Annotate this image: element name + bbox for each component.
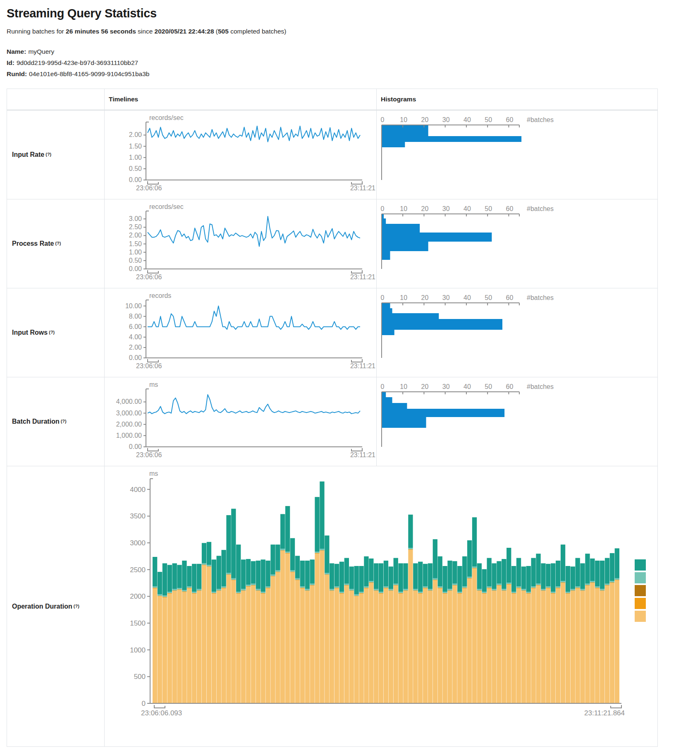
stacked-bar-segment bbox=[571, 591, 575, 704]
stacked-bar-segment bbox=[369, 583, 373, 583]
stacked-bar-segment bbox=[389, 566, 393, 589]
stacked-bar-segment bbox=[374, 589, 378, 590]
axis-label: 4000 bbox=[130, 486, 146, 494]
input-rate-timeline-chart: records/sec2.001.501.000.500.0023:06:062… bbox=[105, 110, 376, 199]
input-rate-histogram-svg: 0102030405060#batches bbox=[377, 110, 658, 199]
stacked-bar-segment bbox=[457, 566, 462, 592]
stacked-bar-segment bbox=[487, 588, 492, 588]
stacked-bar-segment bbox=[344, 584, 349, 585]
process-rate-histogram-cell: 0102030405060#batches bbox=[377, 199, 658, 288]
process-rate-help-icon[interactable]: (?) bbox=[55, 241, 61, 246]
stacked-bar-segment bbox=[502, 589, 506, 590]
stacked-bar-segment bbox=[394, 558, 398, 584]
stacked-bar-segment bbox=[251, 585, 256, 586]
stacked-bar-segment bbox=[502, 590, 506, 591]
operation-duration-cell: ms4000350030002500200015001000500023:06:… bbox=[105, 466, 658, 747]
stacked-bar-segment bbox=[280, 551, 285, 704]
input-rows-timeline-cell: records10.008.006.004.002.000.0023:06:06… bbox=[105, 288, 377, 377]
stacked-bar-segment bbox=[256, 590, 260, 591]
axis-label: #batches bbox=[527, 205, 554, 212]
stacked-bar-segment bbox=[334, 564, 339, 586]
stacked-bar-segment bbox=[187, 566, 191, 586]
operation-duration-help-icon[interactable]: (?) bbox=[74, 604, 79, 609]
axis-label: 23:11:21.864 bbox=[584, 709, 625, 717]
stacked-bar-segment bbox=[551, 593, 555, 593]
stacked-bar-segment bbox=[300, 561, 305, 586]
stacked-bar-segment bbox=[207, 565, 211, 566]
stacked-bar-segment bbox=[162, 595, 167, 597]
stacked-bar-segment bbox=[477, 564, 482, 589]
stacked-bar-segment bbox=[590, 559, 595, 581]
stacked-bar-segment bbox=[482, 593, 487, 593]
stacked-bar-segment bbox=[270, 576, 275, 576]
stacked-bar-segment bbox=[526, 593, 531, 594]
stacked-bar-segment bbox=[394, 586, 398, 704]
histogram-bar bbox=[382, 224, 420, 233]
stacked-bar-segment bbox=[418, 593, 423, 593]
axis-label: 1500 bbox=[130, 619, 146, 627]
stacked-bar-segment bbox=[418, 562, 423, 592]
batch-duration-histogram-svg: 0102030405060#batches bbox=[377, 377, 658, 466]
axis-label: 8.00 bbox=[129, 313, 142, 320]
stacked-bar-segment bbox=[325, 575, 329, 575]
stacked-bar-segment bbox=[521, 566, 526, 589]
histogram-bar bbox=[382, 330, 394, 335]
stacked-bar-segment bbox=[320, 551, 324, 704]
stacked-bar-segment bbox=[384, 588, 388, 588]
stacked-bar-segment bbox=[413, 591, 418, 704]
timeline-line bbox=[148, 126, 360, 142]
stacked-bar-segment bbox=[506, 584, 511, 584]
stacked-bar-segment bbox=[600, 561, 604, 589]
axis-label: 500 bbox=[134, 673, 146, 681]
stacked-bar-segment bbox=[497, 585, 501, 586]
stacked-bar-segment bbox=[256, 591, 260, 704]
stacked-bar-segment bbox=[359, 566, 363, 592]
stacked-bar-segment bbox=[497, 561, 501, 583]
axis-label: 23:06:06 bbox=[136, 185, 162, 192]
stacked-bar-segment bbox=[551, 564, 555, 592]
stacked-bar-segment bbox=[531, 588, 536, 703]
input-rows-help-icon[interactable]: (?) bbox=[49, 330, 55, 335]
operation-duration-label: Operation Duration bbox=[12, 603, 72, 610]
stacked-bar-segment bbox=[399, 593, 403, 593]
stacked-bar-segment bbox=[394, 584, 398, 585]
stacked-bar-segment bbox=[384, 586, 388, 588]
stacked-bar-segment bbox=[384, 588, 388, 703]
stacked-bar-segment bbox=[462, 588, 467, 703]
stacked-bar-segment bbox=[310, 586, 315, 704]
axis-label: records/sec bbox=[149, 203, 184, 210]
stacked-bar-segment bbox=[315, 497, 319, 552]
stacked-bar-segment bbox=[394, 585, 398, 585]
axis-label: 1.50 bbox=[129, 240, 142, 247]
input-rate-help-icon[interactable]: (?) bbox=[45, 152, 51, 157]
stacked-bar-segment bbox=[290, 572, 295, 572]
histogram-bar bbox=[382, 313, 439, 319]
stacked-bar-segment bbox=[482, 592, 487, 593]
stacked-bar-segment bbox=[384, 588, 388, 588]
stacked-bar-segment bbox=[354, 595, 359, 596]
stacked-bar-segment bbox=[590, 583, 595, 703]
stacked-bar-segment bbox=[615, 548, 619, 578]
stacked-bar-segment bbox=[379, 592, 383, 593]
axis-label: 40 bbox=[463, 205, 471, 212]
stacked-bar-segment bbox=[580, 564, 585, 589]
stacked-bar-segment bbox=[467, 540, 472, 577]
stacked-bar-segment bbox=[576, 588, 580, 703]
stacked-bar-segment bbox=[359, 594, 363, 703]
batch-duration-help-icon[interactable]: (?) bbox=[61, 419, 67, 424]
input-rate-histogram-chart: 0102030405060#batches bbox=[377, 110, 657, 199]
stacked-bar-segment bbox=[413, 589, 418, 590]
stacked-bar-segment bbox=[261, 592, 265, 593]
stacked-bar-segment bbox=[379, 593, 383, 593]
histogram-bar bbox=[382, 142, 405, 147]
stacked-bar-segment bbox=[477, 589, 482, 590]
legend-swatch bbox=[635, 559, 646, 571]
stacked-bar-segment bbox=[605, 584, 609, 585]
axis-label: 10.00 bbox=[125, 302, 142, 309]
axis-label: 50 bbox=[485, 205, 492, 212]
stacked-bar-segment bbox=[359, 593, 363, 594]
stacked-bar-segment bbox=[595, 561, 600, 586]
stacked-bar-segment bbox=[315, 554, 319, 703]
stacked-bar-segment bbox=[280, 549, 285, 550]
stacked-bar-segment bbox=[212, 559, 216, 592]
